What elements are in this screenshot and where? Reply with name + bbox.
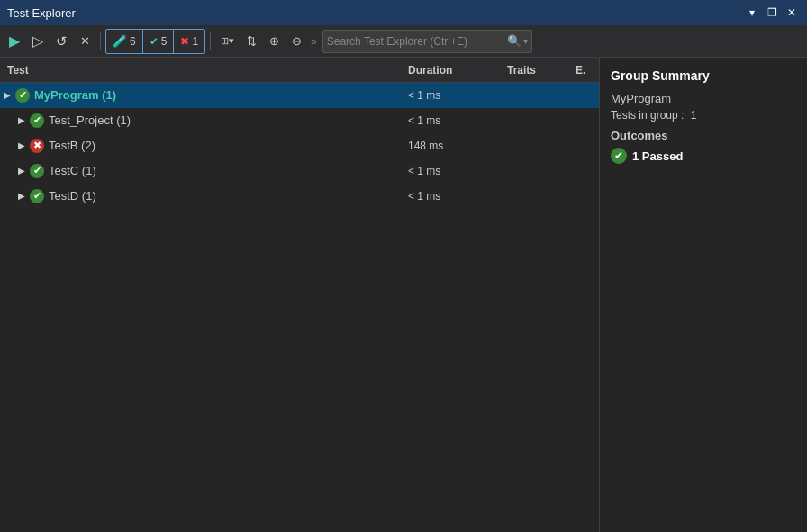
status-icon-pass: ✔ [14,87,31,104]
status-icon-fail: ✖ [29,138,45,154]
outcomes-label: Outcomes [611,129,796,142]
search-icon: 🔍 [507,34,521,48]
status-icon-pass: ✔ [29,163,45,179]
test-row[interactable]: ▶ ✔ TestC (1) < 1 ms [0,158,599,184]
search-box[interactable]: 🔍 ▾ [322,30,532,53]
col-header-traits: Traits [500,64,572,77]
main-content: Test Duration Traits E. ▶ ✔ MyProgram (1… [0,58,807,532]
test-row[interactable]: ▶ ✔ TestD (1) < 1 ms [0,184,599,209]
window-controls: ▾ ❐ ✕ [744,5,800,21]
filter-all-count: 6 [130,35,136,48]
test-name: Test_Project (1) [49,113,401,127]
test-name: TestB (2) [49,139,401,152]
col-header-test: Test [0,64,401,77]
test-panel: Test Duration Traits E. ▶ ✔ MyProgram (1… [0,58,600,532]
status-icon-pass: ✔ [29,188,45,204]
test-duration: < 1 ms [401,190,500,203]
test-row[interactable]: ▶ ✔ MyProgram (1) < 1 ms [0,83,599,108]
group-summary-title: Group Summary [611,68,796,83]
test-row[interactable]: ▶ ✖ TestB (2) 148 ms [0,133,599,158]
filter-passed-count: 5 [161,35,168,48]
toolbar: ▶ ▷ ↺ ✕ 🧪 6 ✔ 5 ✖ 1 ⊞▾ ⇅ ⊕ ⊖ » 🔍 ▾ [0,25,807,58]
search-input[interactable] [327,35,507,48]
expand-icon[interactable]: ▶ [14,191,29,201]
test-list: ▶ ✔ MyProgram (1) < 1 ms ▶ ✔ Test_Projec… [0,83,599,532]
group-by-button[interactable]: ⊞▾ [215,29,240,54]
expand-button[interactable]: ⊕ [264,29,285,54]
check-circle-icon: ✔ [150,35,159,48]
run-all-button[interactable]: ▶ [4,29,25,54]
expand-icon[interactable]: ▶ [14,115,29,125]
check-icon: ✔ [15,88,30,103]
outcome-passed: ✔ 1 Passed [611,148,796,164]
cancel-button[interactable]: ✕ [75,29,95,54]
close-button[interactable]: ✕ [784,5,800,21]
col-header-e: E. [572,64,599,77]
separator-1 [100,32,101,50]
test-duration: < 1 ms [401,89,500,102]
error-icon: ✖ [30,139,44,153]
group-summary-panel: Group Summary MyProgram Tests in group :… [600,58,807,532]
toolbar-overflow: » [311,35,317,48]
rerun-button[interactable]: ↺ [50,29,73,54]
check-icon: ✔ [30,164,44,178]
filter-passed-button[interactable]: ✔ 5 [143,30,175,53]
test-name: MyProgram (1) [34,88,401,102]
outcome-passed-label: 1 Passed [632,149,683,163]
check-icon: ✔ [30,189,44,203]
test-duration: < 1 ms [401,165,500,177]
outcome-check-icon: ✔ [611,148,627,164]
status-icon-pass: ✔ [29,113,45,129]
test-name: TestC (1) [49,164,401,177]
collapse-button[interactable]: ⊖ [286,29,307,54]
window-title: Test Explorer [7,6,76,20]
run-selected-button[interactable]: ▷ [27,29,49,54]
filter-failed-count: 1 [192,35,198,48]
sort-button[interactable]: ⇅ [241,29,262,54]
title-bar: Test Explorer ▾ ❐ ✕ [0,0,807,25]
separator-2 [210,32,211,50]
expand-icon[interactable]: ▶ [0,90,14,100]
tests-in-group-label: Tests in group : 1 [611,109,796,122]
filter-button-group: 🧪 6 ✔ 5 ✖ 1 [105,29,205,54]
expand-icon[interactable]: ▶ [14,166,29,176]
filter-all-button[interactable]: 🧪 6 [106,30,143,53]
flask-icon: 🧪 [113,34,127,48]
test-name: TestD (1) [49,189,401,203]
test-duration: < 1 ms [401,114,500,127]
group-name: MyProgram [611,92,796,105]
col-header-duration: Duration [401,64,500,77]
check-icon: ✔ [30,113,44,128]
column-headers: Test Duration Traits E. [0,58,599,83]
maximize-button[interactable]: ❐ [764,5,780,21]
test-row[interactable]: ▶ ✔ Test_Project (1) < 1 ms [0,108,599,133]
minimize-button[interactable]: ▾ [744,5,760,21]
x-circle-icon: ✖ [180,35,189,48]
expand-icon[interactable]: ▶ [14,140,29,150]
search-dropdown-icon[interactable]: ▾ [523,36,528,46]
test-duration: 148 ms [401,140,500,152]
filter-failed-button[interactable]: ✖ 1 [174,30,204,53]
